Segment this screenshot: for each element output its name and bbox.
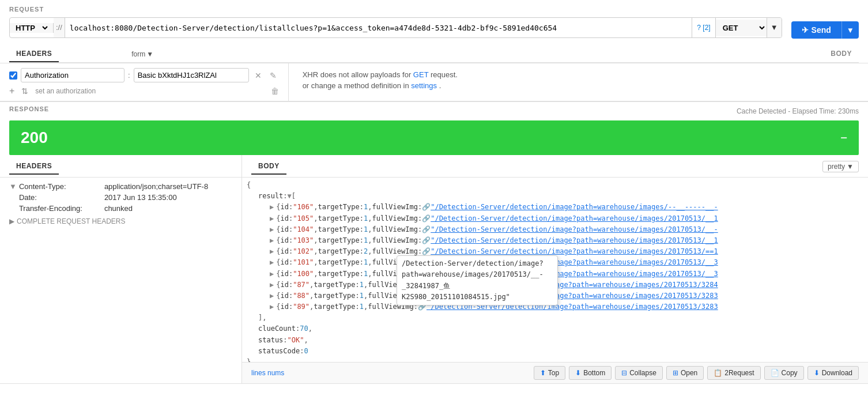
json-closing-bracket: ],	[247, 312, 863, 323]
json-row-106: ▶ { id : "106", targetType : 1, fullView…	[247, 202, 863, 213]
resp-header-toggle[interactable]: ▼	[9, 182, 17, 191]
method-chevron-icon[interactable]: ▼	[767, 18, 782, 37]
json-content-area: { result : ▼ [ ▶ { id : "106", targetTyp…	[242, 178, 868, 362]
get-link[interactable]: GET	[413, 70, 429, 79]
status-code: 200	[21, 129, 48, 147]
external-link-icon[interactable]: 🔗	[422, 235, 431, 246]
header-tools: + ⇅ set an authorization 🗑	[9, 86, 279, 96]
row-expand-icon[interactable]: ▶	[270, 224, 274, 235]
json-row-102: ▶ { id : "102", targetType : 2, fullView…	[247, 246, 863, 257]
add-header-icon[interactable]: +	[9, 86, 14, 96]
send-button-wrap: ✈ Send ▼	[791, 21, 859, 39]
json-row-104: ▶ { id : "104", targetType : 1, fullView…	[247, 224, 863, 235]
body-notice-area: XHR does not allow payloads for GET requ…	[289, 63, 868, 101]
top-button[interactable]: ⬆ Top	[534, 366, 565, 380]
url-link[interactable]: "/Detection-Server/detection/image?path=…	[431, 213, 718, 224]
header-value-input[interactable]	[134, 68, 249, 82]
response-meta: Cache Detected - Elapsed Time: 230ms	[737, 107, 859, 115]
external-link-icon[interactable]: 🔗	[422, 224, 431, 235]
protocol-select[interactable]: HTTP HTTPS	[13, 23, 50, 33]
collapse-icon[interactable]: −	[840, 131, 847, 145]
header-edit-icon[interactable]: ✎	[267, 70, 279, 81]
url-params-badge[interactable]: ? [2]	[692, 18, 715, 37]
sort-icon[interactable]: ⇅	[21, 86, 28, 96]
row-expand-icon[interactable]: ▶	[270, 246, 274, 257]
form-chevron-icon: ▼	[146, 50, 153, 58]
pretty-button[interactable]: pretty ▼	[822, 161, 859, 172]
send-button[interactable]: ✈ Send	[791, 21, 841, 39]
header-actions: ✕ ✎	[252, 70, 279, 81]
json-clue-count: clueCount : 70,	[247, 323, 863, 334]
to-request-button[interactable]: 📋 2Request	[707, 366, 760, 380]
header-delete-icon[interactable]: ✕	[252, 70, 264, 81]
resp-header-content-type: ▼ Content-Type: application/json;charset…	[9, 182, 232, 191]
row-expand-icon[interactable]: ▶	[270, 280, 274, 290]
collapse-button[interactable]: ⊟ Collapse	[615, 366, 663, 380]
status-bar: 200 −	[9, 120, 859, 155]
row-expand-icon[interactable]: ▶	[270, 235, 274, 246]
download-icon: ⬇	[814, 369, 820, 377]
json-status: status : "OK",	[247, 335, 863, 346]
open-button[interactable]: ⊞ Open	[666, 366, 704, 380]
header-row: : ✕ ✎	[9, 68, 279, 82]
resp-headers-panel: ▼ Content-Type: application/json;charset…	[0, 178, 241, 230]
set-auth-link[interactable]: set an authorization	[35, 87, 96, 95]
json-close-brace: }	[247, 357, 863, 362]
bottom-button[interactable]: ⬇ Bottom	[569, 366, 612, 380]
row-expand-icon[interactable]: ▶	[270, 202, 274, 213]
json-line: {	[247, 180, 863, 191]
bottom-actions: ⬆ Top ⬇ Bottom ⊟ Collapse ⊞ Open 📋 2R	[534, 366, 859, 380]
row-expand-icon[interactable]: ▶	[270, 290, 274, 301]
collapse-icon: ⊟	[621, 369, 627, 377]
open-icon: ⊞	[673, 369, 678, 377]
url-link[interactable]: "/Detection-Server/detection/image?path=…	[431, 235, 718, 246]
method-select-wrap: GET POST PUT DELETE ▼	[715, 18, 782, 37]
expand-icon: ▶	[9, 217, 14, 225]
external-link-icon[interactable]: 🔗	[422, 213, 431, 224]
url-tooltip: /Detection-Server/detection/image? path=…	[397, 255, 558, 305]
json-row-103: ▶ { id : "103", targetType : 1, fullView…	[247, 235, 863, 246]
pretty-chevron-icon: ▼	[847, 163, 854, 171]
resp-header-date: ▼ Date: 2017 Jun 13 15:35:00	[9, 193, 232, 202]
response-label: RESPONSE	[9, 105, 49, 112]
download-button[interactable]: ⬇ Download	[807, 366, 859, 380]
url-link[interactable]: "/Detection-Server/detection/image?path=…	[431, 224, 718, 235]
header-checkbox[interactable]	[9, 71, 17, 80]
url-link[interactable]: "/Detection-Server/detection/image?path=…	[431, 202, 718, 213]
url-input[interactable]	[65, 20, 692, 36]
tab-body[interactable]: BODY	[824, 46, 859, 62]
bottom-icon: ⬇	[575, 369, 581, 377]
row-expand-icon[interactable]: ▶	[270, 269, 274, 280]
json-status-code: statusCode : 0	[247, 346, 863, 357]
json-body: { result : ▼ [ ▶ { id : "106", targetTyp…	[247, 180, 863, 362]
json-result-key: result : ▼ [	[247, 191, 863, 202]
top-icon: ⬆	[540, 369, 546, 377]
method-select[interactable]: GET POST PUT DELETE	[716, 20, 767, 36]
row-expand-icon[interactable]: ▶	[270, 301, 274, 312]
resp-tab-headers[interactable]: HEADERS	[9, 159, 59, 175]
settings-link[interactable]: settings	[411, 81, 437, 90]
row-expand-icon[interactable]: ▶	[270, 213, 274, 224]
request-label: REQUEST	[9, 6, 859, 13]
response-header-row: RESPONSE Cache Detected - Elapsed Time: …	[9, 105, 859, 117]
external-link-icon[interactable]: 🔗	[422, 202, 431, 213]
copy-icon: 📄	[771, 369, 779, 377]
copy-button[interactable]: 📄 Copy	[764, 366, 804, 380]
resp-tab-body[interactable]: BODY	[251, 159, 286, 175]
header-colon: :	[128, 71, 130, 80]
complete-req-headers-toggle[interactable]: ▶ COMPLETE REQUEST HEADERS	[9, 217, 232, 225]
url-separator: ://	[54, 18, 65, 37]
row-expand-icon[interactable]: ▶	[270, 257, 274, 268]
tab-headers[interactable]: HEADERS	[9, 46, 59, 62]
lines-nums-link[interactable]: lines nums	[251, 369, 284, 377]
response-section: RESPONSE Cache Detected - Elapsed Time: …	[0, 102, 868, 155]
send-dropdown-button[interactable]: ▼	[841, 21, 859, 39]
request-section: REQUEST HTTP HTTPS :// ? [2] GET POST PU…	[0, 0, 868, 63]
form-dropdown[interactable]: form ▼	[128, 48, 157, 61]
result-collapse-icon[interactable]: ▼	[288, 191, 292, 202]
bottom-bar: lines nums ⬆ Top ⬇ Bottom ⊟ Collapse ⊞ O…	[242, 362, 868, 383]
delete-all-icon[interactable]: 🗑	[271, 86, 279, 96]
to-request-icon: 📋	[714, 369, 722, 377]
header-key-input[interactable]	[21, 68, 124, 82]
json-row-105: ▶ { id : "105", targetType : 1, fullView…	[247, 213, 863, 224]
